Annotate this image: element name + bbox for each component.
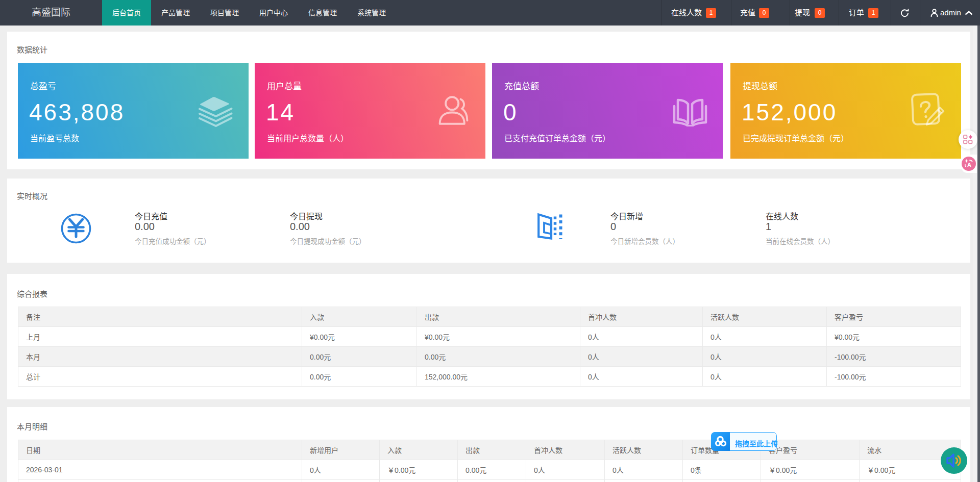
svg-text:A: A — [967, 162, 971, 168]
